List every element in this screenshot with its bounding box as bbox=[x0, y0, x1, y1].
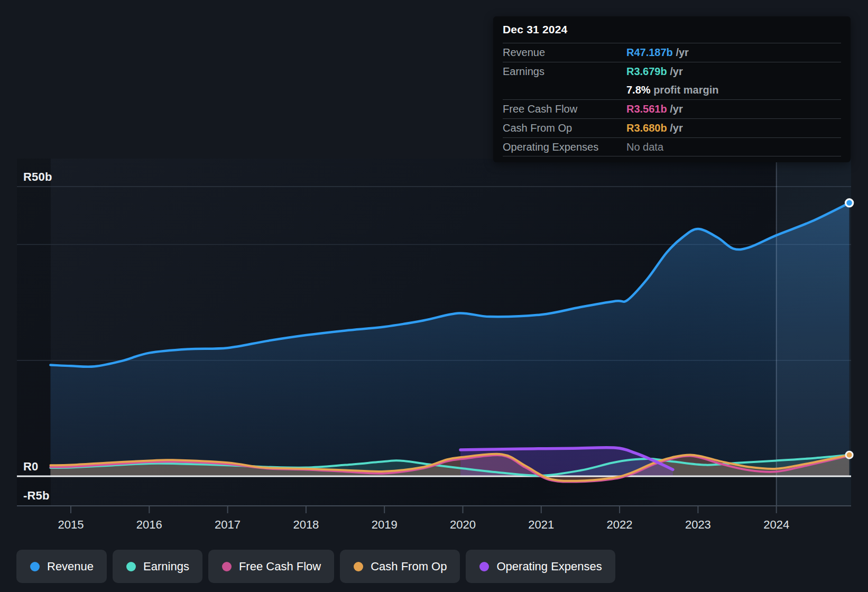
x-axis-label-2024: 2024 bbox=[763, 518, 789, 532]
x-axis-label-2019: 2019 bbox=[372, 518, 398, 532]
x-axis-label-2018: 2018 bbox=[293, 518, 319, 532]
tooltip-value: 7.8% profit margin bbox=[626, 84, 841, 96]
tooltip-label: Free Cash Flow bbox=[503, 103, 626, 115]
y-axis-label-r0: R0 bbox=[23, 460, 39, 474]
tooltip-row-free-cash-flow: Free Cash FlowR3.561b /yr bbox=[503, 99, 841, 118]
tooltip-row-earnings: EarningsR3.679b /yr bbox=[503, 62, 841, 81]
x-axis-label-2017: 2017 bbox=[215, 518, 241, 532]
chart-root: R50bR0-R5b 20152016201720182019202020212… bbox=[0, 0, 868, 592]
chart-legend: RevenueEarningsFree Cash FlowCash From O… bbox=[16, 550, 615, 583]
tooltip-value: No data bbox=[626, 141, 841, 153]
legend-item-free-cash-flow[interactable]: Free Cash Flow bbox=[208, 550, 334, 583]
tooltip-rows: RevenueR47.187b /yrEarningsR3.679b /yr7.… bbox=[493, 43, 851, 156]
x-axis-label-2023: 2023 bbox=[685, 518, 711, 532]
tooltip-value: R3.679b /yr bbox=[626, 66, 841, 78]
legend-item-revenue[interactable]: Revenue bbox=[16, 550, 107, 583]
legend-label: Cash From Op bbox=[371, 560, 447, 574]
end-marker-0 bbox=[846, 199, 853, 207]
y-axis-label-r5b: -R5b bbox=[23, 489, 50, 503]
legend-dot-earnings bbox=[126, 562, 136, 571]
pre-data-region bbox=[17, 159, 51, 506]
legend-item-cash-from-op[interactable]: Cash From Op bbox=[340, 550, 460, 583]
tooltip-row-revenue: RevenueR47.187b /yr bbox=[503, 43, 841, 62]
tooltip-value: R3.680b /yr bbox=[626, 122, 841, 134]
legend-dot-revenue bbox=[30, 562, 40, 571]
x-axis-label-2016: 2016 bbox=[136, 518, 162, 532]
y-axis-label-r50b: R50b bbox=[23, 170, 52, 184]
tooltip-row-operating-expenses: Operating ExpensesNo data bbox=[503, 137, 841, 156]
end-marker-1 bbox=[846, 451, 853, 458]
tooltip-label: Operating Expenses bbox=[503, 141, 626, 153]
tooltip-label: Earnings bbox=[503, 66, 626, 78]
tooltip-date: Dec 31 2024 bbox=[493, 16, 851, 43]
x-axis-label-2022: 2022 bbox=[607, 518, 633, 532]
tooltip-label: Revenue bbox=[503, 47, 626, 59]
legend-dot-operating-expenses bbox=[479, 562, 489, 571]
legend-label: Earnings bbox=[143, 560, 189, 574]
legend-label: Free Cash Flow bbox=[239, 560, 321, 574]
legend-label: Revenue bbox=[47, 560, 94, 574]
tooltip-label: Cash From Op bbox=[503, 122, 626, 134]
legend-dot-cash-from-op bbox=[354, 562, 363, 571]
tooltip-row-profit-margin: 7.8% profit margin bbox=[503, 81, 841, 99]
x-axis-label-2015: 2015 bbox=[58, 518, 84, 532]
tooltip-value: R47.187b /yr bbox=[626, 47, 841, 59]
legend-label: Operating Expenses bbox=[496, 560, 602, 574]
tooltip-value: R3.561b /yr bbox=[626, 103, 841, 115]
x-axis-label-2021: 2021 bbox=[528, 518, 554, 532]
legend-item-earnings[interactable]: Earnings bbox=[113, 550, 202, 583]
x-axis-label-2020: 2020 bbox=[450, 518, 476, 532]
legend-item-operating-expenses[interactable]: Operating Expenses bbox=[466, 550, 615, 583]
chart-tooltip: Dec 31 2024 RevenueR47.187b /yrEarningsR… bbox=[493, 16, 851, 162]
legend-dot-free-cash-flow bbox=[222, 562, 232, 571]
hover-highlight-band bbox=[777, 159, 851, 506]
tooltip-row-cash-from-op: Cash From OpR3.680b /yr bbox=[503, 118, 841, 137]
